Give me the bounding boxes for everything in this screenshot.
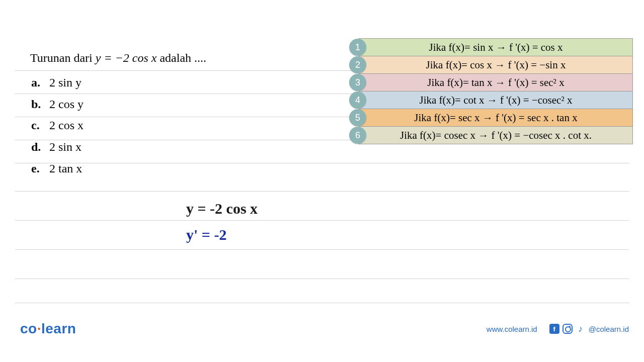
option-b: b.2 cos y [31, 94, 206, 115]
rule-row-3: 3 Jika f(x)= tan x → f '(x) = sec² x [359, 73, 633, 92]
rule-text-3: Jika f(x)= tan x → f '(x) = sec² x [427, 76, 564, 89]
rule-row-1: 1 Jika f(x)= sin x → f '(x) = cos x [359, 38, 633, 56]
handwritten-line-2: y' = -2 [186, 226, 226, 243]
question-prompt: Turunan dari y = −2 cos x adalah .... [30, 48, 206, 68]
derivative-rules-table: 1 Jika f(x)= sin x → f '(x) = cos x 2 Ji… [359, 38, 633, 144]
social-handle: @colearn.id [589, 325, 629, 333]
question: Turunan dari y = −2 cos x adalah .... a.… [30, 48, 206, 180]
rule-badge-1: 1 [349, 39, 366, 56]
rule-badge-5: 5 [349, 109, 366, 126]
facebook-icon: f [549, 324, 559, 334]
option-c: c.2 cos x [31, 115, 206, 136]
rule-badge-6: 6 [349, 127, 366, 144]
option-a: a.2 sin y [31, 72, 206, 93]
rule-text-4: Jika f(x)= cot x → f '(x) = −cosec² x [420, 94, 573, 107]
rule-badge-2: 2 [349, 56, 366, 73]
brand-logo: co·learn [20, 321, 76, 337]
rule-text-1: Jika f(x)= sin x → f '(x) = cos x [429, 41, 562, 54]
rule-row-6: 6 Jika f(x)= cosec x → f '(x) = −cosec x… [359, 126, 633, 144]
rule-badge-3: 3 [349, 74, 366, 91]
rule-row-5: 5 Jika f(x)= sec x → f '(x) = sec x . ta… [359, 109, 633, 127]
social-icons: f ♪ @colearn.id [549, 324, 629, 334]
rule-badge-4: 4 [349, 92, 366, 109]
tiktok-icon: ♪ [576, 324, 586, 334]
rule-row-2: 2 Jika f(x)= cos x → f '(x) = −sin x [359, 56, 633, 74]
option-e: e.2 tan x [31, 158, 206, 179]
footer: co·learn www.colearn.id f ♪ @colearn.id [20, 321, 629, 337]
option-d: d.2 sin x [31, 137, 206, 157]
rule-text-6: Jika f(x)= cosec x → f '(x) = −cosec x .… [400, 129, 592, 142]
rule-text-2: Jika f(x)= cos x → f '(x) = −sin x [426, 59, 566, 71]
instagram-icon [562, 324, 573, 334]
footer-url: www.colearn.id [487, 325, 537, 333]
handwritten-line-1: y = -2 cos x [186, 200, 258, 217]
rule-text-5: Jika f(x)= sec x → f '(x) = sec x . tan … [414, 112, 577, 124]
rule-row-4: 4 Jika f(x)= cot x → f '(x) = −cosec² x [359, 91, 633, 109]
answer-options: a.2 sin y b.2 cos y c.2 cos x d.2 sin x … [31, 72, 206, 179]
